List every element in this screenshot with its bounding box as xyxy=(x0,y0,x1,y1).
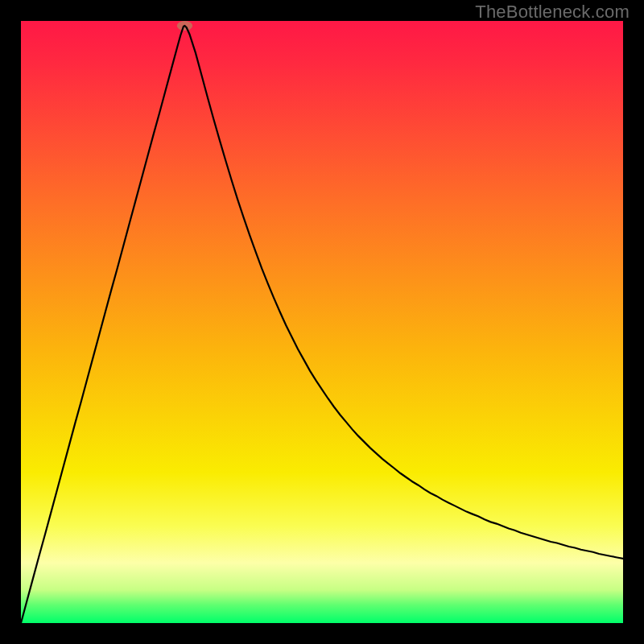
attribution-text: TheBottleneck.com xyxy=(475,2,630,23)
chart-background xyxy=(21,21,623,623)
chart-frame: TheBottleneck.com xyxy=(0,0,644,644)
chart-svg xyxy=(21,21,623,623)
